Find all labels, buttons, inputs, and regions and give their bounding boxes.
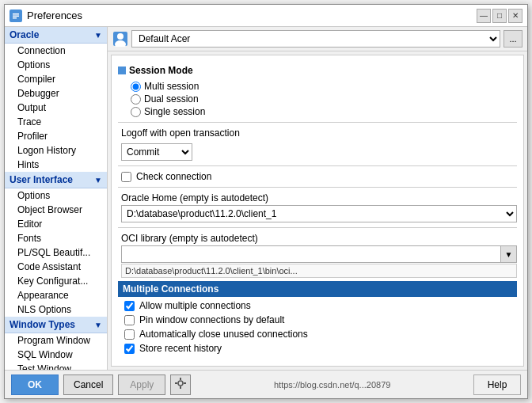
- store-recent-checkbox[interactable]: [124, 344, 135, 354]
- svg-rect-1: [13, 13, 19, 15]
- sidebar-item-compiler[interactable]: Compiler: [5, 72, 107, 86]
- profile-dropdown[interactable]: Default Acer: [131, 30, 500, 48]
- check-connection-row: Check connection: [121, 171, 517, 182]
- oci-section: OCI library (empty is autodetect) abase\…: [121, 233, 517, 278]
- window-title: Preferences: [27, 10, 82, 21]
- sidebar-item-sql-window[interactable]: SQL Window: [5, 348, 107, 362]
- radio-dual-session: Dual session: [131, 93, 517, 105]
- session-mode-indicator: [118, 67, 126, 74]
- cancel-button[interactable]: Cancel: [63, 374, 113, 395]
- sidebar-item-options-oracle[interactable]: Options: [5, 58, 107, 72]
- store-recent-label: Store recent history: [139, 343, 222, 354]
- logoff-select-row: Commit: [121, 143, 517, 161]
- sidebar-section-ui-label: User Interface: [10, 174, 73, 185]
- session-mode-options: Multi session Dual session Single sessio…: [131, 81, 517, 117]
- oracle-arrow-icon: ▼: [94, 31, 102, 40]
- sidebar-item-hints[interactable]: Hints: [5, 158, 107, 172]
- settings-icon: [174, 377, 187, 390]
- radio-single-session: Single session: [131, 106, 517, 117]
- sidebar-section-window-types[interactable]: Window Types ▼: [5, 317, 107, 333]
- icon-button[interactable]: [170, 374, 191, 395]
- bottom-bar: OK Cancel Apply https://blog.csdn.net/q.…: [5, 370, 527, 398]
- logoff-select[interactable]: Commit: [121, 143, 192, 161]
- pin-window-checkbox[interactable]: [124, 315, 135, 325]
- sidebar-item-key-configurat[interactable]: Key Configurat...: [5, 274, 107, 288]
- sidebar-item-program-window[interactable]: Program Window: [5, 333, 107, 348]
- sidebar-item-plsql-beautif[interactable]: PL/SQL Beautif...: [5, 245, 107, 260]
- allow-multiple-row: Allow multiple connections: [124, 300, 517, 311]
- svg-rect-8: [180, 378, 181, 380]
- auto-close-label: Automatically close unused connections: [139, 329, 308, 340]
- wt-arrow-icon: ▼: [94, 321, 102, 329]
- oci-label: OCI library (empty is autodetect): [121, 233, 517, 244]
- session-mode-title: Session Mode: [129, 65, 193, 76]
- title-buttons: — □ ✕: [477, 9, 522, 23]
- logoff-label: Logoff with open transaction: [121, 127, 240, 139]
- divider-3: [118, 187, 517, 188]
- sidebar-item-fonts[interactable]: Fonts: [5, 231, 107, 245]
- check-connection-label: Check connection: [136, 171, 211, 182]
- toolbar-row: Default Acer ...: [108, 27, 527, 51]
- multiple-connections-header[interactable]: Multiple Connections: [118, 281, 517, 297]
- allow-multiple-checkbox[interactable]: [124, 301, 135, 311]
- settings-panel: Session Mode Multi session Dual session …: [111, 55, 524, 367]
- multiple-connections-section: Allow multiple connections Pin window co…: [121, 300, 517, 354]
- svg-rect-2: [13, 15, 19, 17]
- sidebar-section-oracle[interactable]: Oracle ▼: [5, 27, 107, 44]
- sidebar-item-options-ui[interactable]: Options: [5, 188, 107, 203]
- apply-button[interactable]: Apply: [118, 374, 165, 395]
- auto-close-checkbox[interactable]: [124, 329, 135, 340]
- divider-4: [118, 227, 517, 228]
- oracle-home-select[interactable]: D:\database\product\11.2.0\client_1: [121, 205, 517, 222]
- radio-single-session-input[interactable]: [131, 107, 141, 117]
- sidebar-section-user-interface[interactable]: User Interface ▼: [5, 172, 107, 188]
- radio-multi-session-label: Multi session: [144, 81, 199, 92]
- divider-1: [118, 122, 517, 123]
- sidebar: Oracle ▼ Connection Options Compiler Deb…: [5, 27, 108, 370]
- oracle-home-label: Oracle Home (empty is autodetect): [121, 192, 517, 203]
- oracle-home-input-row: D:\database\product\11.2.0\client_1: [121, 205, 517, 222]
- maximize-button[interactable]: □: [492, 9, 507, 23]
- minimize-button[interactable]: —: [477, 9, 491, 23]
- sidebar-item-object-browser[interactable]: Object Browser: [5, 203, 107, 217]
- svg-point-7: [178, 381, 183, 386]
- svg-point-5: [117, 33, 124, 40]
- check-connection-checkbox[interactable]: [121, 172, 131, 182]
- svg-rect-11: [184, 382, 186, 384]
- sidebar-item-connection[interactable]: Connection: [5, 44, 107, 58]
- radio-dual-session-label: Dual session: [144, 93, 199, 105]
- pin-window-label: Pin window connections by default: [139, 314, 284, 325]
- window-icon: [10, 10, 22, 22]
- ui-arrow-icon: ▼: [94, 176, 102, 184]
- logoff-row: Logoff with open transaction: [121, 127, 517, 139]
- store-recent-row: Store recent history: [124, 343, 517, 354]
- status-url: https://blog.csdn.net/q...20879: [196, 380, 469, 390]
- sidebar-item-debugger[interactable]: Debugger: [5, 86, 107, 101]
- more-button[interactable]: ...: [504, 30, 522, 48]
- sidebar-item-nls-options[interactable]: NLS Options: [5, 302, 107, 317]
- title-bar: Preferences — □ ✕: [5, 5, 527, 27]
- radio-dual-session-input[interactable]: [131, 94, 141, 105]
- sidebar-item-appearance[interactable]: Appearance: [5, 288, 107, 302]
- sidebar-item-profiler[interactable]: Profiler: [5, 129, 107, 143]
- sidebar-item-test-window[interactable]: Test Window: [5, 362, 107, 370]
- oci-dropdown-button[interactable]: ▼: [501, 245, 517, 263]
- radio-multi-session: Multi session: [131, 81, 517, 92]
- radio-multi-session-input[interactable]: [131, 82, 141, 92]
- sidebar-section-wt-label: Window Types: [10, 319, 75, 330]
- content-area: Oracle ▼ Connection Options Compiler Deb…: [5, 27, 527, 370]
- oci-row: abase\product\11.2.0\client_1\bin\oci.dl…: [121, 245, 517, 263]
- session-mode-header: Session Mode: [118, 65, 517, 76]
- oci-input[interactable]: abase\product\11.2.0\client_1\bin\oci.dl…: [121, 245, 501, 263]
- close-button[interactable]: ✕: [508, 9, 522, 23]
- pin-window-row: Pin window connections by default: [124, 314, 517, 325]
- sidebar-item-output[interactable]: Output: [5, 101, 107, 115]
- ok-button[interactable]: OK: [11, 374, 59, 395]
- sidebar-item-editor[interactable]: Editor: [5, 217, 107, 231]
- sidebar-item-logon-history[interactable]: Logon History: [5, 143, 107, 158]
- svg-rect-3: [13, 17, 17, 19]
- sidebar-item-trace[interactable]: Trace: [5, 115, 107, 129]
- help-button[interactable]: Help: [473, 374, 521, 395]
- svg-rect-9: [180, 386, 181, 389]
- sidebar-item-code-assistant[interactable]: Code Assistant: [5, 260, 107, 274]
